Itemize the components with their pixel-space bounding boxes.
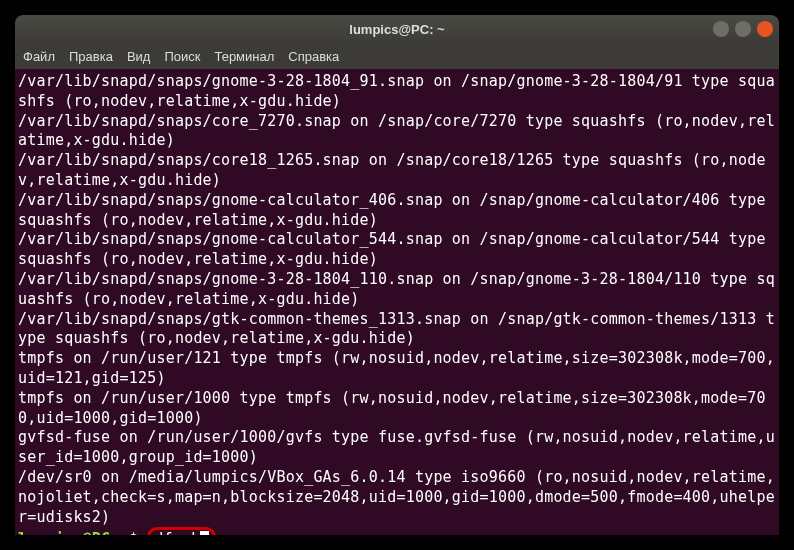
prompt-separator: : xyxy=(110,530,119,535)
titlebar: lumpics@PC: ~ xyxy=(15,15,779,43)
menu-file[interactable]: Файл xyxy=(23,49,55,64)
output-line: tmpfs on /run/user/121 type tmpfs (rw,no… xyxy=(18,349,776,389)
output-line: /dev/sr0 on /media/lumpics/VBox_GAs_6.0.… xyxy=(18,468,776,527)
output-line: tmpfs on /run/user/1000 type tmpfs (rw,n… xyxy=(18,389,776,429)
prompt-user-host: lumpics@PC xyxy=(18,530,110,535)
terminal-window: lumpics@PC: ~ Файл Правка Вид Поиск Терм… xyxy=(15,15,779,535)
menu-terminal[interactable]: Терминал xyxy=(214,49,274,64)
menu-search[interactable]: Поиск xyxy=(164,49,200,64)
terminal-output[interactable]: /var/lib/snapd/snaps/gnome-3-28-1804_91.… xyxy=(15,69,779,535)
command-highlight: df -h xyxy=(147,527,216,535)
output-line: /var/lib/snapd/snaps/gnome-3-28-1804_91.… xyxy=(18,72,776,112)
output-line: /var/lib/snapd/snaps/core_7270.snap on /… xyxy=(18,112,776,152)
command-input[interactable]: df -h xyxy=(154,530,200,535)
window-title: lumpics@PC: ~ xyxy=(349,22,444,37)
output-line: /var/lib/snapd/snaps/gnome-calculator_40… xyxy=(18,191,776,231)
window-controls xyxy=(713,21,773,37)
menu-view[interactable]: Вид xyxy=(127,49,151,64)
menu-help[interactable]: Справка xyxy=(288,49,339,64)
output-line: /var/lib/snapd/snaps/gtk-common-themes_1… xyxy=(18,310,776,350)
output-line: /var/lib/snapd/snaps/gnome-calculator_54… xyxy=(18,230,776,270)
close-button[interactable] xyxy=(757,21,773,37)
maximize-button[interactable] xyxy=(735,21,751,37)
minimize-button[interactable] xyxy=(713,21,729,37)
prompt-path: ~ xyxy=(120,530,129,535)
menu-edit[interactable]: Правка xyxy=(69,49,113,64)
output-line: /var/lib/snapd/snaps/gnome-3-28-1804_110… xyxy=(18,270,776,310)
cursor-icon xyxy=(200,531,209,535)
menubar: Файл Правка Вид Поиск Терминал Справка xyxy=(15,43,779,69)
prompt-dollar: $ xyxy=(129,530,147,535)
output-line: gvfsd-fuse on /run/user/1000/gvfs type f… xyxy=(18,428,776,468)
prompt-line: lumpics@PC:~$ df -h xyxy=(18,530,216,535)
output-line: /var/lib/snapd/snaps/core18_1265.snap on… xyxy=(18,151,776,191)
